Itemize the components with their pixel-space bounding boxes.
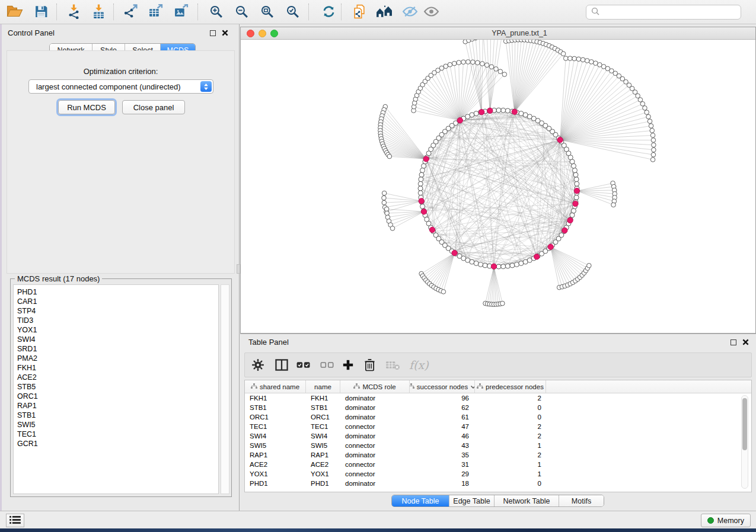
result-node-item[interactable]: CAR1 (17, 297, 218, 306)
result-node-item[interactable]: PHD1 (17, 287, 218, 297)
cell: 61 (410, 414, 475, 421)
column-header-shared-name[interactable]: shared name (245, 380, 306, 393)
first-neighbors-button[interactable] (374, 3, 394, 21)
cell: dominator (340, 404, 410, 411)
table-row[interactable]: YOX1YOX1connector291 (245, 469, 751, 479)
search-input[interactable] (603, 8, 736, 17)
result-list-scrollbar[interactable] (221, 284, 229, 494)
table-row[interactable]: ORC1ORC1dominator610 (245, 412, 751, 422)
column-header-predecessor-nodes[interactable]: predecessor nodes (475, 380, 546, 393)
result-node-item[interactable]: ACE2 (17, 373, 218, 382)
result-node-item[interactable]: PMA2 (17, 354, 218, 363)
float-panel-icon[interactable] (731, 339, 736, 345)
cell: 0 (475, 404, 546, 411)
tab-network-table[interactable]: Network Table (495, 495, 559, 507)
refresh-layout-button[interactable] (318, 3, 339, 21)
network-canvas[interactable] (241, 40, 755, 333)
close-panel-icon[interactable] (742, 339, 749, 345)
result-node-item[interactable]: STB5 (17, 382, 218, 392)
zoom-fit-button[interactable] (257, 3, 277, 21)
table-row[interactable]: ACE2ACE2connector311 (245, 460, 751, 469)
vertical-splitter-handle[interactable] (237, 264, 240, 274)
table-tabs: Node TableEdge TableNetwork TableMotifs (391, 495, 604, 507)
result-node-item[interactable]: GCR1 (17, 439, 218, 448)
cell: TEC1 (306, 423, 340, 430)
cell: 2 (475, 432, 546, 440)
table-row[interactable]: RAP1RAP1dominator352 (245, 450, 751, 460)
cell: connector (340, 423, 410, 430)
hide-selected-button[interactable] (400, 3, 420, 21)
delete-column-icon[interactable] (364, 358, 375, 372)
result-node-item[interactable]: TEC1 (17, 430, 218, 439)
column-header-name[interactable]: name (306, 380, 340, 393)
table-panel-title: Table Panel (248, 338, 289, 347)
import-table-button[interactable] (88, 3, 109, 21)
result-node-item[interactable]: FKH1 (17, 363, 218, 373)
close-panel-button[interactable]: Close panel (122, 100, 185, 114)
zoom-out-icon (234, 4, 249, 21)
deselect-all-icon[interactable] (320, 360, 335, 371)
column-header-MCDS-role[interactable]: MCDS role (340, 380, 410, 393)
cytoscape-app: Control Panel NetworkStyleSelectMCDS Opt… (0, 0, 756, 532)
tab-edge-table[interactable]: Edge Table (449, 495, 495, 507)
export-image-button[interactable] (171, 3, 191, 21)
column-type-icon (353, 383, 360, 390)
table-scrollbar-thumb[interactable] (742, 398, 747, 450)
table-row[interactable]: FKH1FKH1dominator962 (245, 393, 751, 403)
run-mcds-button[interactable]: Run MCDS (58, 100, 115, 114)
table-row[interactable]: SWI5SWI5connector431 (245, 441, 751, 450)
result-node-item[interactable]: RAP1 (17, 401, 218, 411)
export-image-icon (174, 4, 189, 21)
cell: 18 (410, 480, 475, 487)
result-node-item[interactable]: YOX1 (17, 325, 218, 335)
cell: dominator (340, 414, 410, 421)
table-row[interactable]: SWI4SWI4dominator462 (245, 431, 751, 441)
toggle-columns-icon[interactable] (275, 359, 289, 371)
zoom-out-button[interactable] (231, 3, 251, 21)
column-header-successor-nodes[interactable]: successor nodes (410, 380, 475, 393)
result-node-item[interactable]: SWI5 (17, 420, 218, 430)
result-node-item[interactable]: SWI4 (17, 335, 218, 344)
cell: YOX1 (306, 470, 340, 477)
minimize-window-icon[interactable] (259, 30, 266, 37)
float-panel-icon[interactable] (210, 30, 216, 36)
show-panels-list-button[interactable] (6, 514, 24, 527)
settings-gear-icon[interactable] (251, 358, 264, 371)
result-node-item[interactable]: SRD1 (17, 344, 218, 354)
table-row[interactable]: PHD1PHD1dominator180 (245, 479, 751, 488)
column-type-icon (477, 383, 483, 390)
select-all-icon[interactable] (296, 360, 311, 371)
export-network-button[interactable] (120, 3, 141, 21)
tab-motifs[interactable]: Motifs (559, 495, 604, 507)
maximize-window-icon[interactable] (270, 30, 278, 37)
zoom-selected-icon (285, 4, 300, 21)
add-column-icon[interactable] (342, 359, 354, 371)
new-network-from-selection-button[interactable] (349, 3, 369, 21)
cell: ACE2 (306, 461, 340, 468)
result-node-item[interactable]: TID3 (17, 316, 218, 325)
memory-button[interactable]: Memory (701, 514, 751, 527)
delete-table-icon (385, 360, 400, 371)
save-session-button[interactable] (31, 3, 51, 21)
import-network-button[interactable] (63, 3, 84, 21)
cell: 46 (410, 432, 475, 440)
zoom-in-button[interactable] (206, 3, 226, 21)
tab-node-table[interactable]: Node Table (392, 495, 449, 507)
optimization-criterion-select[interactable]: largest connected component (undirected) (28, 79, 213, 94)
result-node-item[interactable]: STP4 (17, 306, 218, 316)
result-node-item[interactable]: ORC1 (17, 392, 218, 401)
network-graph[interactable] (241, 40, 755, 333)
close-window-icon[interactable] (247, 30, 254, 37)
cell: 2 (475, 451, 546, 459)
hide-selected-icon (402, 4, 418, 21)
desktop-background (0, 528, 756, 532)
show-all-button[interactable] (421, 3, 441, 21)
open-file-button[interactable] (5, 3, 25, 21)
zoom-selected-button[interactable] (282, 3, 302, 21)
table-row[interactable]: TEC1TEC1connector472 (245, 422, 751, 431)
node-table: shared namenameMCDS rolesuccessor nodesp… (244, 380, 752, 492)
result-node-item[interactable]: STB1 (17, 411, 218, 420)
export-table-button[interactable] (145, 3, 165, 21)
table-row[interactable]: STB1STB1dominator620 (245, 403, 751, 412)
close-panel-icon[interactable] (222, 30, 228, 36)
